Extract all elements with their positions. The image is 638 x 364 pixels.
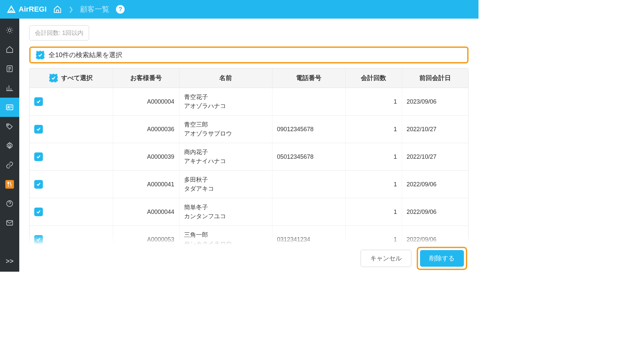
cell-number: A0000036 bbox=[113, 116, 179, 143]
cell-count: 1 bbox=[345, 198, 402, 226]
customers-table: すべて選択 お客様番号 名前 電話番号 会計回数 前回会計日 A0000004 … bbox=[30, 68, 468, 272]
table-row[interactable]: A0000044 簡単冬子カンタンフユコ 1 2022/09/06 bbox=[30, 198, 468, 226]
brand-text: AirREGI bbox=[19, 5, 47, 14]
app-logo: AirREGI bbox=[7, 5, 47, 14]
filter-chip[interactable]: 会計回数: 1回以内 bbox=[29, 25, 89, 41]
app-header: AirREGI ❯ 顧客一覧 ? bbox=[0, 0, 478, 19]
cell-name: 青空花子アオゾラハナコ bbox=[179, 88, 272, 116]
breadcrumb-chevron-icon: ❯ bbox=[68, 6, 73, 13]
cell-date: 2022/10/27 bbox=[402, 143, 468, 171]
cell-phone: 09012345678 bbox=[272, 116, 345, 143]
header-number: お客様番号 bbox=[113, 68, 179, 88]
table-row[interactable]: A0000036 青空三郎アオゾラサブロウ 09012345678 1 2022… bbox=[30, 116, 468, 143]
sidebar-item-home[interactable] bbox=[5, 45, 15, 54]
sidebar-item-help[interactable] bbox=[5, 199, 15, 209]
select-all-results-label: 全10件の検索結果を選択 bbox=[49, 50, 122, 59]
row-checkbox[interactable] bbox=[34, 97, 43, 106]
customers-table-wrap: すべて選択 お客様番号 名前 電話番号 会計回数 前回会計日 A0000004 … bbox=[29, 68, 469, 272]
cell-number: A0000004 bbox=[113, 88, 179, 116]
row-checkbox[interactable] bbox=[34, 235, 43, 244]
row-checkbox[interactable] bbox=[34, 152, 43, 161]
delete-button[interactable]: 削除する bbox=[420, 250, 464, 267]
cell-count: 1 bbox=[345, 143, 402, 171]
cell-phone: 05012345678 bbox=[272, 143, 345, 171]
cell-date: 2022/09/06 bbox=[402, 171, 468, 198]
row-checkbox[interactable] bbox=[34, 125, 43, 134]
header-phone: 電話番号 bbox=[272, 68, 345, 88]
breadcrumb-page: 顧客一覧 bbox=[80, 4, 109, 14]
cell-phone bbox=[272, 171, 345, 198]
sidebar-expand-icon[interactable]: >> bbox=[6, 257, 13, 265]
header-date: 前回会計日 bbox=[402, 68, 468, 88]
select-all-results: 全10件の検索結果を選択 bbox=[29, 46, 469, 63]
cell-date: 2023/09/06 bbox=[402, 88, 468, 116]
cell-count: 1 bbox=[345, 88, 402, 116]
table-row[interactable]: A0000041 多田秋子タダアキコ 1 2022/09/06 bbox=[30, 171, 468, 198]
table-select-all-checkbox[interactable] bbox=[49, 74, 58, 82]
cell-date: 2022/10/27 bbox=[402, 116, 468, 143]
main-content: 会計回数: 1回以内 全10件の検索結果を選択 すべて選択 bbox=[19, 19, 478, 272]
svg-point-3 bbox=[8, 106, 9, 108]
logo-icon bbox=[7, 5, 16, 14]
header-count: 会計回数 bbox=[345, 68, 402, 88]
action-footer: キャンセル 削除する bbox=[29, 245, 469, 272]
cell-phone bbox=[272, 88, 345, 116]
home-icon[interactable] bbox=[53, 5, 62, 14]
cell-name: 商内花子アキナイハナコ bbox=[179, 143, 272, 171]
cell-number: A0000041 bbox=[113, 171, 179, 198]
table-row[interactable]: A0000004 青空花子アオゾラハナコ 1 2023/09/06 bbox=[30, 88, 468, 116]
cell-number: A0000044 bbox=[113, 198, 179, 226]
cell-count: 1 bbox=[345, 116, 402, 143]
sidebar-item-link[interactable] bbox=[5, 160, 15, 170]
svg-point-5 bbox=[9, 145, 11, 147]
sidebar-item-restaurant[interactable] bbox=[5, 179, 15, 189]
sidebar-item-notes[interactable] bbox=[5, 64, 15, 74]
svg-point-4 bbox=[8, 125, 9, 126]
svg-rect-2 bbox=[6, 105, 13, 110]
table-row[interactable]: A0000039 商内花子アキナイハナコ 05012345678 1 2022/… bbox=[30, 143, 468, 171]
sidebar: >> bbox=[0, 19, 19, 272]
header-name: 名前 bbox=[179, 68, 272, 88]
select-all-results-checkbox[interactable] bbox=[36, 51, 45, 59]
header-select-all: すべて選択 bbox=[61, 74, 93, 82]
cell-name: 青空三郎アオゾラサブロウ bbox=[179, 116, 272, 143]
sidebar-item-analytics[interactable] bbox=[5, 83, 15, 93]
row-checkbox[interactable] bbox=[34, 208, 43, 216]
help-icon[interactable]: ? bbox=[116, 5, 125, 14]
cell-name: 多田秋子タダアキコ bbox=[179, 171, 272, 198]
row-checkbox[interactable] bbox=[34, 180, 43, 189]
sidebar-item-brightness[interactable] bbox=[5, 25, 15, 35]
sidebar-item-settings[interactable] bbox=[5, 141, 15, 151]
sidebar-item-tags[interactable] bbox=[5, 122, 15, 132]
cancel-button[interactable]: キャンセル bbox=[361, 250, 411, 267]
cell-count: 1 bbox=[345, 171, 402, 198]
cell-phone bbox=[272, 198, 345, 226]
cell-date: 2022/09/06 bbox=[402, 198, 468, 226]
cell-name: 簡単冬子カンタンフユコ bbox=[179, 198, 272, 226]
sidebar-item-mail[interactable] bbox=[5, 218, 15, 228]
cell-number: A0000039 bbox=[113, 143, 179, 171]
sidebar-item-customers[interactable] bbox=[0, 98, 19, 117]
svg-point-0 bbox=[8, 29, 11, 32]
